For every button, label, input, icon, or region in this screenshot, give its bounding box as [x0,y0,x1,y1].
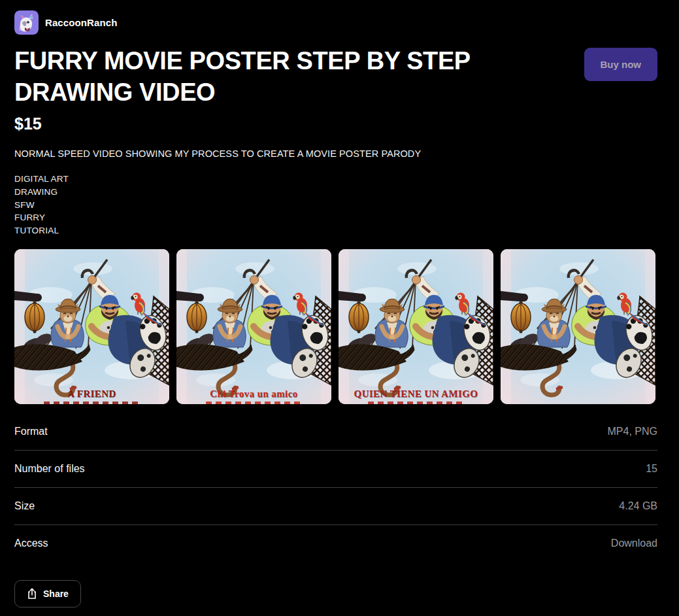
product-gallery: A FRIEND Chi Trova un amico QUIEN TIENE … [14,249,657,404]
product-page: RaccoonRanch FURRY MOVIE POSTER STEP BY … [14,0,657,616]
detail-label: Access [14,538,48,549]
detail-value: MP4, PNG [608,426,657,437]
detail-label: Size [14,500,35,512]
tag-furry: FURRY [14,211,657,224]
raccoon-avatar-icon [14,10,39,35]
detail-value: 4.24 GB [619,500,657,512]
tag-drawing: DRAWING [14,186,657,199]
table-row-number-of-files: Number of files 15 [14,451,657,488]
detail-value: Download [611,538,657,549]
table-row-size: Size 4.24 GB [14,488,657,525]
share-upload-icon [27,588,37,600]
table-row-format: Format MP4, PNG [14,413,657,451]
poster-thumbnail-1[interactable]: A FRIEND [14,249,169,404]
title-row: FURRY MOVIE POSTER STEP BY STEP DRAWING … [14,45,657,108]
tag-list: DIGITAL ART DRAWING SFW FURRY TUTORIAL [14,173,657,237]
poster-artwork [176,249,331,404]
share-button-label: Share [43,589,69,599]
price-label: $15 [14,114,657,133]
tag-digital-art: DIGITAL ART [14,173,657,186]
store-header: RaccoonRanch [14,0,657,35]
product-details-table: Format MP4, PNG Number of files 15 Size … [14,413,657,562]
share-button[interactable]: Share [14,580,81,607]
poster-artwork [501,249,655,404]
page-title: FURRY MOVIE POSTER STEP BY STEP DRAWING … [14,45,498,108]
table-row-access: Access Download [14,525,657,562]
buy-now-button[interactable]: Buy now [584,48,658,81]
store-name-link[interactable]: RaccoonRanch [45,17,117,28]
poster-thumbnail-4[interactable] [501,249,655,404]
tag-sfw: SFW [14,199,657,212]
detail-label: Number of files [14,463,85,475]
poster-artwork [14,249,169,404]
tag-tutorial: TUTORIAL [14,224,657,237]
detail-value: 15 [646,463,657,475]
poster-thumbnail-2[interactable]: Chi Trova un amico [176,249,331,404]
detail-label: Format [14,426,48,437]
store-avatar[interactable] [14,10,39,35]
product-description: NORMAL SPEED VIDEO SHOWING MY PROCESS TO… [14,148,657,159]
poster-thumbnail-3[interactable]: QUIEN TIENE UN AMIGO [339,249,493,404]
poster-artwork [339,249,493,404]
